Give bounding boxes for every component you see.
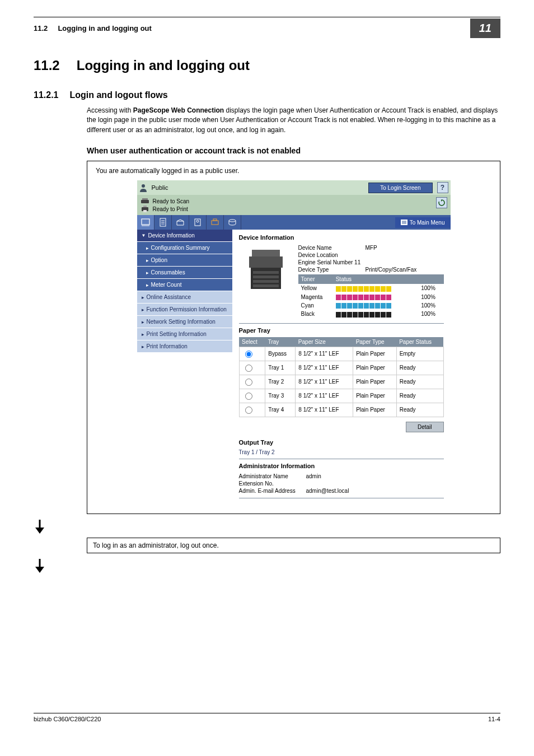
svg-rect-15 bbox=[212, 221, 218, 225]
sidebar-item-print-info[interactable]: Print Information bbox=[137, 340, 232, 353]
tab-storage-icon[interactable] bbox=[224, 215, 241, 230]
svg-rect-22 bbox=[252, 250, 280, 256]
table-row: Tray 48 1/2" x 11" LEFPlain PaperReady bbox=[239, 403, 443, 417]
to-login-button[interactable]: To Login Screen bbox=[368, 183, 432, 193]
admin-info-heading: Administrator Information bbox=[239, 463, 444, 469]
case-heading: When user authentication or account trac… bbox=[87, 146, 500, 155]
section-number: 11.2 bbox=[34, 58, 60, 73]
sidebar-item-net-setting[interactable]: Network Setting Information bbox=[137, 316, 232, 328]
svg-rect-25 bbox=[253, 271, 279, 274]
paper-tray-heading: Paper Tray bbox=[239, 327, 444, 334]
svg-rect-28 bbox=[253, 284, 279, 287]
device-image bbox=[239, 244, 293, 295]
tray-radio[interactable] bbox=[245, 365, 252, 372]
table-row: Tray 28 1/2" x 11" LEFPlain PaperReady bbox=[239, 375, 443, 389]
sidebar-item-meter[interactable]: Meter Count bbox=[137, 279, 232, 291]
status-scan-row: Ready to Scan bbox=[140, 197, 436, 205]
status-print-row: Ready to Print bbox=[140, 205, 436, 213]
breadcrumb-title: Logging in and logging out bbox=[58, 24, 152, 32]
flow-arrow-icon bbox=[34, 559, 500, 573]
subsection-title: Login and logout flows bbox=[69, 90, 167, 100]
toner-name: Magenta bbox=[298, 293, 333, 301]
chapter-badge: 11 bbox=[470, 18, 500, 38]
sidebar-item-online-assist[interactable]: Online Assistance bbox=[137, 291, 232, 304]
svg-point-17 bbox=[229, 220, 236, 222]
section-title: Logging in and logging out bbox=[77, 58, 250, 73]
sidebar-item-consumables[interactable]: Consumables bbox=[137, 267, 232, 279]
svg-rect-26 bbox=[253, 276, 279, 278]
sidebar-item-config-summary[interactable]: Configuration Summary bbox=[137, 242, 232, 254]
tab-print-icon[interactable] bbox=[207, 215, 224, 230]
svg-rect-16 bbox=[213, 219, 217, 221]
sidebar-item-func-perm[interactable]: Function Permission Information bbox=[137, 304, 232, 316]
toner-name: Cyan bbox=[298, 301, 333, 310]
tab-address-icon[interactable] bbox=[189, 215, 207, 230]
sidebar-nav: Device Information Configuration Summary… bbox=[137, 230, 232, 505]
tab-system-icon[interactable] bbox=[137, 215, 154, 230]
tab-job-icon[interactable] bbox=[154, 215, 172, 230]
breadcrumb: 11.2 Logging in and logging out bbox=[34, 24, 152, 32]
table-row: Bypass8 1/2" x 11" LEFPlain PaperEmpty bbox=[239, 347, 443, 361]
tray-radio[interactable] bbox=[245, 407, 252, 414]
table-row: Tray 18 1/2" x 11" LEFPlain PaperReady bbox=[239, 361, 443, 375]
svg-point-0 bbox=[142, 184, 145, 188]
to-main-menu-button[interactable]: To Main Menu bbox=[395, 217, 451, 228]
content-title: Device Information bbox=[239, 234, 444, 241]
svg-rect-4 bbox=[143, 206, 147, 207]
tab-box-icon[interactable] bbox=[172, 215, 189, 230]
svg-rect-2 bbox=[142, 198, 148, 200]
toner-name: Yellow bbox=[298, 284, 333, 292]
current-user-label: Public bbox=[149, 184, 367, 191]
output-tray-value: Tray 1 / Tray 2 bbox=[239, 449, 444, 455]
box-intro-text: You are automatically logged in as a pub… bbox=[96, 167, 491, 175]
svg-point-14 bbox=[196, 220, 199, 222]
scanner-icon bbox=[140, 198, 149, 204]
toner-pct: 100% bbox=[418, 293, 443, 301]
svg-rect-1 bbox=[141, 200, 149, 203]
svg-rect-5 bbox=[143, 210, 147, 212]
flow-arrow-icon bbox=[34, 520, 500, 534]
toner-table: TonerStatus Yellow100%Magenta100%Cyan100… bbox=[298, 274, 444, 318]
output-tray-heading: Output Tray bbox=[239, 439, 444, 446]
sidebar-item-print-setting[interactable]: Print Setting Information bbox=[137, 328, 232, 340]
screenshot-container: You are automatically logged in as a pub… bbox=[87, 161, 500, 514]
sidebar-item-device-info[interactable]: Device Information bbox=[137, 230, 232, 242]
toner-name: Black bbox=[298, 310, 333, 318]
subsection-body: Accessing with PageScope Web Connection … bbox=[87, 106, 500, 135]
breadcrumb-section: 11.2 bbox=[34, 24, 48, 32]
step2-box: To log in as an administrator, log out o… bbox=[87, 538, 500, 553]
table-row: Tray 38 1/2" x 11" LEFPlain PaperReady bbox=[239, 389, 443, 403]
tray-radio[interactable] bbox=[245, 351, 252, 358]
tray-radio[interactable] bbox=[245, 393, 252, 400]
footer-page: 11-4 bbox=[488, 716, 500, 722]
refresh-icon[interactable] bbox=[436, 197, 447, 208]
svg-rect-27 bbox=[253, 280, 279, 283]
svg-rect-6 bbox=[142, 219, 149, 225]
footer-model: bizhub C360/C280/C220 bbox=[34, 716, 101, 722]
printer-icon bbox=[140, 206, 149, 212]
tray-radio[interactable] bbox=[245, 379, 252, 386]
menu-list-icon bbox=[401, 220, 407, 225]
toner-pct: 100% bbox=[418, 301, 443, 310]
subsection-number: 11.2.1 bbox=[34, 90, 58, 100]
paper-tray-table: Select Tray Paper Size Paper Type Paper … bbox=[239, 337, 444, 417]
svg-rect-23 bbox=[249, 256, 283, 268]
user-icon bbox=[139, 183, 147, 192]
web-connection-screenshot: Public To Login Screen ? Ready to Scan R bbox=[137, 180, 451, 505]
detail-button[interactable]: Detail bbox=[406, 422, 444, 432]
toner-pct: 100% bbox=[418, 310, 443, 318]
sidebar-item-option[interactable]: Option bbox=[137, 254, 232, 267]
toner-pct: 100% bbox=[418, 284, 443, 292]
help-icon[interactable]: ? bbox=[437, 182, 448, 193]
